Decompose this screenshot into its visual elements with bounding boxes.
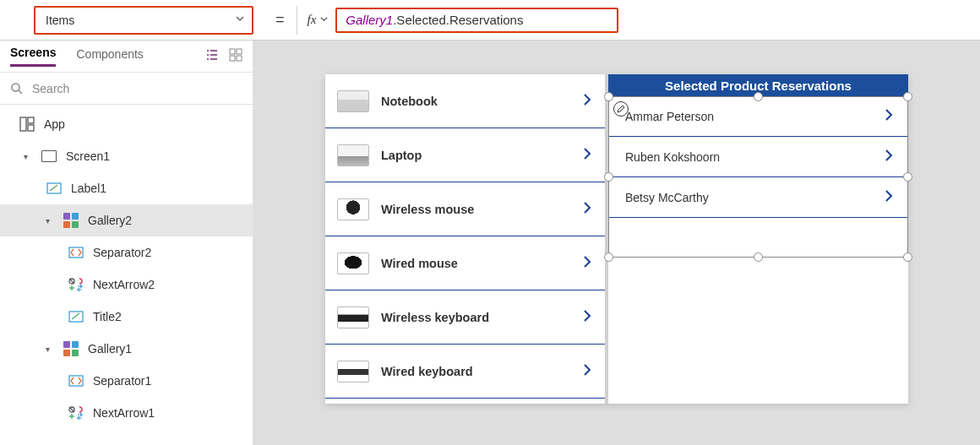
edit-badge-icon[interactable]	[613, 101, 629, 117]
svg-rect-3	[237, 56, 242, 61]
gallery1-item[interactable]: Wired mouse	[325, 236, 605, 290]
tab-components[interactable]: Components	[76, 47, 143, 66]
tree-label: Separator1	[93, 374, 151, 388]
svg-point-4	[12, 84, 19, 91]
caret-icon[interactable]: ▾	[46, 345, 54, 354]
svg-rect-1	[237, 49, 242, 54]
svg-rect-8	[28, 125, 34, 131]
svg-rect-6	[20, 117, 26, 131]
gallery1-item[interactable]: Laptop	[325, 128, 605, 182]
chevron-right-icon[interactable]	[580, 92, 595, 111]
gallery2-item[interactable]: Ammar Peterson	[608, 96, 908, 137]
chevron-right-icon[interactable]	[881, 107, 896, 125]
equals-sign: =	[275, 11, 285, 29]
chevron-right-icon[interactable]	[580, 308, 595, 327]
caret-icon[interactable]: ▾	[46, 216, 54, 225]
product-thumbnail	[337, 307, 369, 328]
gallery2-header: Selected Product Reservations	[608, 74, 908, 96]
panel-tabs: Screens Components	[0, 41, 253, 73]
resize-handle[interactable]	[754, 252, 763, 262]
tree-label: Separator2	[93, 246, 151, 259]
search-icon	[10, 82, 24, 95]
resize-handle[interactable]	[903, 252, 912, 262]
product-thumbnail	[337, 144, 369, 166]
tree-item-gallery1[interactable]: ▾ Gallery1	[0, 333, 253, 365]
tree-item-nextarrow2[interactable]: NextArrow2	[0, 269, 253, 301]
gallery2-item[interactable]: Betsy McCarthy	[608, 177, 908, 218]
svg-rect-0	[230, 49, 235, 54]
product-thumbnail	[337, 90, 369, 112]
chevron-right-icon[interactable]	[881, 188, 896, 206]
tree-item-label1[interactable]: Label1	[0, 172, 253, 204]
canvas[interactable]: NotebookLaptopWireless mouseWired mouseW…	[325, 74, 908, 404]
chevron-right-icon[interactable]	[881, 148, 896, 166]
nextarrow-icon	[68, 276, 84, 293]
tab-screens[interactable]: Screens	[10, 46, 56, 67]
formula-ref: Gallery1	[346, 13, 393, 27]
tree-item-nextarrow1[interactable]: NextArrow1	[0, 397, 253, 429]
gallery2-item[interactable]: Ruben Kokshoorn	[608, 137, 908, 177]
tree-item-separator1[interactable]: Separator1	[0, 365, 253, 397]
gallery1-item[interactable]: Wired keyboard	[325, 345, 605, 399]
tree-item-separator2[interactable]: Separator2	[0, 236, 253, 269]
fx-container: fx Gallery1.Selected.Reservations	[297, 6, 619, 35]
product-label: Laptop	[381, 149, 568, 162]
product-label: Wireless keyboard	[381, 311, 568, 324]
tree-item-title2[interactable]: Title2	[0, 301, 253, 333]
tree-label: Screen1	[66, 149, 110, 163]
gallery-icon	[63, 212, 79, 229]
tree-label: NextArrow1	[93, 406, 155, 420]
gallery1-item[interactable]: Notebook	[325, 74, 605, 128]
formula-bar: Items = fx Gallery1.Selected.Reservation…	[0, 0, 980, 41]
formula-path: .Selected.Reservations	[393, 13, 523, 27]
tree-label: NextArrow2	[93, 278, 155, 291]
list-view-icon[interactable]	[205, 48, 219, 65]
grid-view-icon[interactable]	[229, 48, 242, 65]
product-label: Notebook	[381, 95, 568, 108]
product-label: Wired mouse	[381, 257, 568, 270]
search-input[interactable]: Search	[0, 73, 253, 105]
property-selector[interactable]: Items	[34, 6, 253, 35]
chevron-right-icon[interactable]	[580, 254, 595, 273]
reservation-name: Betsy McCarthy	[625, 191, 881, 204]
screen-icon	[41, 148, 57, 165]
caret-icon[interactable]: ▾	[24, 152, 32, 161]
gallery1[interactable]: NotebookLaptopWireless mouseWired mouseW…	[325, 74, 608, 404]
product-thumbnail	[337, 198, 369, 220]
formula-input[interactable]: Gallery1.Selected.Reservations	[335, 8, 618, 33]
tree-label: Label1	[71, 182, 106, 195]
chevron-right-icon[interactable]	[580, 200, 595, 219]
gallery-icon	[63, 340, 79, 357]
search-placeholder: Search	[32, 82, 69, 95]
reservation-name: Ammar Peterson	[625, 110, 881, 123]
tree-label: Gallery1	[88, 342, 132, 355]
label-icon	[68, 308, 84, 325]
tree-label: Title2	[93, 310, 122, 323]
nextarrow-icon	[68, 404, 84, 421]
svg-rect-2	[230, 56, 235, 61]
chevron-right-icon[interactable]	[580, 146, 595, 165]
tree-label: App	[44, 117, 65, 131]
canvas-area: NotebookLaptopWireless mouseWired mouseW…	[253, 41, 980, 445]
chevron-right-icon[interactable]	[580, 362, 595, 381]
reservation-name: Ruben Kokshoorn	[625, 150, 881, 164]
separator-icon	[68, 372, 84, 389]
gallery2-wrap: Selected Product Reservations	[608, 74, 908, 404]
property-name: Items	[46, 14, 235, 27]
tree-label: Gallery2	[88, 214, 132, 227]
gallery1-item[interactable]: Wireless keyboard	[325, 290, 605, 345]
chevron-down-icon[interactable]	[319, 14, 329, 25]
tree-item-gallery2[interactable]: ▾ Gallery2	[0, 204, 253, 236]
chevron-down-icon	[235, 14, 245, 26]
tree-item-screen1[interactable]: ▾ Screen1	[0, 140, 253, 172]
fx-label: fx	[308, 13, 317, 27]
separator-icon	[68, 244, 84, 261]
gallery2[interactable]: Ammar PetersonRuben KokshoornBetsy McCar…	[608, 96, 908, 404]
tree-view: App ▾ Screen1 Label1 ▾ Gallery2	[0, 105, 253, 445]
label-icon	[46, 180, 63, 197]
tree-panel: Screens Components Search App	[0, 41, 253, 445]
svg-line-5	[19, 90, 22, 94]
gallery1-item[interactable]: Wireless mouse	[325, 182, 605, 236]
app-icon	[19, 116, 35, 133]
tree-item-app[interactable]: App	[0, 108, 253, 140]
